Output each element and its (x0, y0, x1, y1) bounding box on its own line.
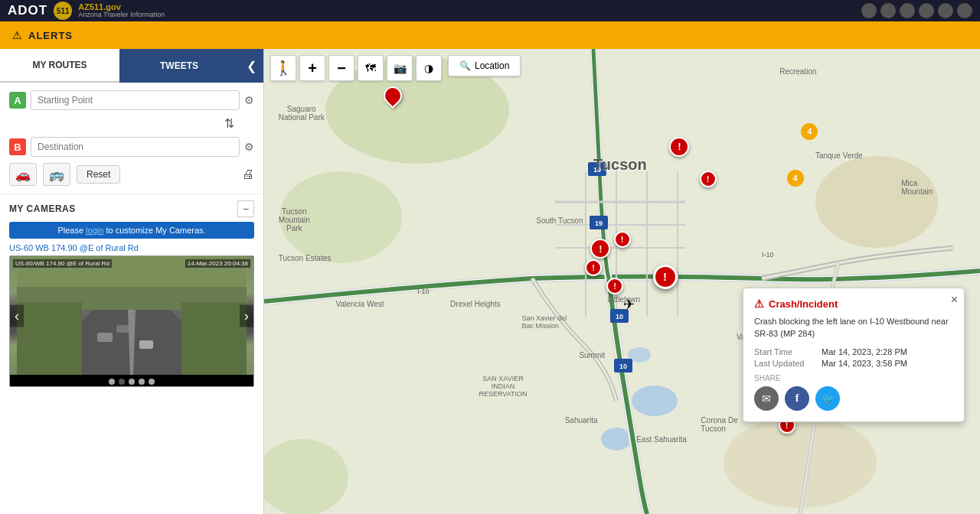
car-mode-button[interactable]: 🚗 (9, 163, 37, 186)
area-label-mica: MicaMountain (901, 179, 933, 196)
sidebar: MY ROUTES TWEETS ❮ A ⚙ ⇅ B ⚙ 🚗 🚌 Reset (0, 49, 264, 514)
share-twitter-button[interactable]: 🐦 (815, 386, 840, 411)
zoom-out-button[interactable]: − (328, 55, 354, 81)
crash-popup-close-button[interactable]: × (951, 293, 958, 307)
crash-popup: × ⚠ Crash/Incident Crash blocking the le… (743, 288, 965, 422)
badge-4-bottom: 4 (787, 170, 804, 187)
map-contrast-button[interactable]: ◑ (416, 55, 442, 81)
swap-button[interactable]: ⇅ (224, 116, 234, 131)
incident-marker-5[interactable]: ! (614, 231, 631, 248)
area-label-xavier: San Xavier delBac Mission (522, 314, 567, 330)
svg-point-18 (724, 416, 877, 508)
area-label-sahuarita: Sahuarita (565, 416, 598, 425)
svg-text:10: 10 (616, 313, 623, 320)
svg-rect-31 (614, 359, 632, 372)
cameras-section: MY CAMERAS − Please login to customize M… (0, 194, 263, 390)
crash-start-value: Mar 14, 2023, 2:28 PM (822, 347, 907, 356)
share-facebook-button[interactable]: f (785, 386, 809, 411)
svg-text:I-10: I-10 (762, 251, 774, 259)
destination-input[interactable] (31, 137, 240, 157)
incident-marker-4[interactable]: ! (590, 239, 610, 259)
camera-overlay-location: US-60/WB 174.90 @E of Rural Rd (13, 259, 112, 268)
area-label-corona: Corona DeTucson (701, 416, 737, 433)
header-icon-5[interactable] (938, 3, 953, 18)
alert-icon: ⚠ (12, 29, 22, 41)
incident-marker-2[interactable]: ! (669, 137, 689, 157)
crash-share-buttons: ✉ f 🐦 (754, 386, 953, 411)
map-top-controls: 🚶 + − 🗺 📷 ◑ (270, 55, 442, 81)
map-icon-btn-2[interactable]: 📷 (387, 55, 413, 81)
cameras-minimize-button[interactable]: − (237, 200, 254, 217)
search-icon: 🔍 (459, 60, 471, 71)
area-label-recreation: Recreation (779, 67, 816, 76)
map-icon-btn-1[interactable]: 🗺 (358, 55, 384, 81)
svg-point-15 (601, 428, 632, 451)
camera-dot-5[interactable] (149, 379, 155, 385)
svg-rect-9 (17, 302, 82, 375)
starting-point-input[interactable] (31, 90, 240, 110)
svg-rect-8 (116, 325, 129, 333)
crash-popup-title: ⚠ Crash/Incident (754, 298, 953, 310)
area-label-summit: Summit (579, 351, 605, 359)
svg-text:10: 10 (619, 363, 627, 370)
header-bar: ADOT 511 AZ511.gov Arizona Traveler Info… (0, 0, 980, 21)
camera-feed-container: US-60/WB 174.90 @E of Rural Rd 14-Mar-20… (9, 255, 254, 387)
sidebar-collapse-button[interactable]: ❮ (239, 49, 263, 83)
incident-marker-1[interactable] (384, 86, 402, 105)
camera-dot-3[interactable] (129, 379, 135, 385)
svg-rect-6 (97, 333, 113, 342)
transit-mode-button[interactable]: 🚌 (43, 163, 70, 186)
camera-dot-2[interactable] (119, 379, 125, 385)
crash-updated-value: Mar 14, 2023, 3:58 PM (822, 359, 907, 368)
incident-marker-7[interactable]: ! (606, 278, 623, 294)
incident-marker-6[interactable]: ! (585, 259, 602, 276)
svg-point-17 (815, 156, 938, 248)
svg-text:19: 19 (595, 220, 603, 227)
crash-start-time-row: Start Time Mar 14, 2023, 2:28 PM (754, 347, 953, 356)
header-icon-4[interactable] (919, 3, 934, 18)
area-label-tucson-mountain: TucsonMountainPark (279, 207, 310, 233)
cameras-login-text: Please (57, 226, 86, 235)
pedestrian-mode-button[interactable]: 🚶 (270, 55, 296, 81)
crash-start-label: Start Time (754, 347, 815, 356)
area-label-tucson-estates: Tucson Estates (279, 254, 332, 262)
cameras-title: MY CAMERAS (9, 203, 76, 214)
header-icon-6[interactable] (957, 3, 972, 18)
cameras-login-bar: Please login to customize My Cameras. (9, 222, 254, 239)
svg-point-19 (264, 439, 348, 514)
incident-marker-selected[interactable]: ! (653, 265, 678, 289)
camera-dot-4[interactable] (139, 379, 145, 385)
location-button[interactable]: 🔍 Location (448, 55, 521, 76)
camera-marker-1[interactable]: ✈ (623, 296, 635, 313)
incident-marker-3[interactable]: ! (700, 171, 717, 187)
area-label-drexel: Drexel Heights (450, 300, 501, 308)
header-icon-3[interactable] (900, 3, 915, 18)
camera-link[interactable]: US-60 WB 174.90 @E of Rural Rd (9, 243, 254, 252)
tab-my-routes[interactable]: MY ROUTES (0, 49, 119, 83)
camera-prev-button[interactable]: ‹ (10, 304, 24, 327)
camera-next-button[interactable]: › (240, 304, 253, 327)
share-email-button[interactable]: ✉ (754, 386, 779, 411)
svg-rect-33 (590, 216, 608, 229)
crash-description: Crash blocking the left lane on I-10 Wes… (754, 316, 953, 340)
dest-gear-icon[interactable]: ⚙ (244, 141, 254, 153)
zoom-in-button[interactable]: + (299, 55, 325, 81)
header-icon-2[interactable] (880, 3, 896, 18)
crash-updated-row: Last Updated Mar 14, 2023, 3:58 PM (754, 359, 953, 368)
route-swap-row: ⇅ (9, 116, 254, 131)
alerts-label: ALERTS (28, 30, 73, 41)
camera-overlay-datetime: 14-Mar-2023 20:04:38 (185, 259, 250, 268)
reset-button[interactable]: Reset (77, 165, 120, 184)
start-gear-icon[interactable]: ⚙ (244, 94, 254, 106)
alerts-bar[interactable]: ⚠ ALERTS (0, 21, 980, 49)
map-area[interactable]: 10 10 10 19 I-10 I-10 🚶 + − 🗺 📷 ◑ 🔍 (264, 49, 980, 514)
cameras-login-link[interactable]: login (86, 226, 103, 235)
logo-az-badge: 511 (54, 2, 72, 20)
svg-rect-10 (181, 302, 247, 375)
camera-dot-1[interactable] (109, 379, 115, 385)
area-label-saguaro: SaguaroNational Park (279, 105, 325, 122)
header-icon-1[interactable] (861, 3, 877, 18)
print-button[interactable]: 🖨 (242, 168, 254, 181)
tab-tweets[interactable]: TWEETS (119, 49, 239, 83)
tab-bar: MY ROUTES TWEETS ❮ (0, 49, 263, 83)
